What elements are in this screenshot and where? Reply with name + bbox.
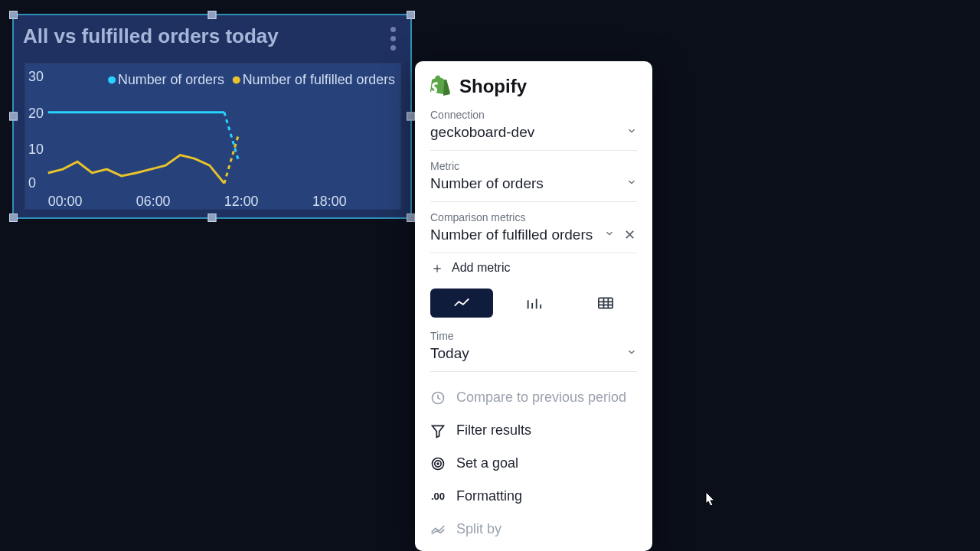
- kebab-menu-icon[interactable]: [384, 23, 401, 54]
- svg-text:18:00: 18:00: [312, 194, 347, 209]
- remove-comparison-button[interactable]: ✕: [622, 227, 637, 243]
- formatting-label: Formatting: [456, 488, 522, 504]
- set-goal-label: Set a goal: [456, 455, 518, 471]
- svg-text:12:00: 12:00: [224, 194, 259, 209]
- metric-label: Metric: [430, 160, 637, 172]
- compare-previous-option[interactable]: Compare to previous period: [430, 381, 637, 414]
- svg-point-25: [437, 463, 439, 465]
- time-value: Today: [430, 345, 469, 362]
- svg-point-10: [233, 77, 240, 84]
- panel-title: Shopify: [459, 76, 527, 97]
- clock-icon: [430, 390, 446, 406]
- add-metric-button[interactable]: ＋ Add metric: [430, 261, 637, 275]
- svg-text:06:00: 06:00: [136, 194, 171, 209]
- svg-text:10: 10: [28, 142, 44, 157]
- svg-text:30: 30: [28, 70, 44, 85]
- set-goal-option[interactable]: Set a goal: [430, 447, 637, 480]
- chevron-down-icon[interactable]: [604, 228, 615, 242]
- svg-text:20: 20: [28, 106, 44, 121]
- widget-title: All vs fulfilled orders today: [23, 24, 401, 48]
- filter-results-label: Filter results: [456, 422, 531, 439]
- series-fulfilled: [48, 155, 224, 183]
- svg-text:Number of fulfilled orders: Number of fulfilled orders: [243, 73, 396, 88]
- chart-widget[interactable]: All vs fulfilled orders today 30 20 10 0…: [12, 14, 412, 219]
- connection-label: Connection: [430, 109, 637, 121]
- svg-text:Number of orders: Number of orders: [118, 73, 224, 88]
- resize-handle-top-left[interactable]: [9, 11, 18, 19]
- svg-rect-16: [599, 298, 612, 308]
- resize-handle-mid-left[interactable]: [9, 112, 18, 121]
- svg-text:0: 0: [28, 175, 36, 191]
- connection-select[interactable]: geckoboard-dev: [430, 121, 637, 151]
- resize-handle-bottom-mid[interactable]: [208, 214, 217, 222]
- resize-handle-bottom-right[interactable]: [407, 214, 415, 222]
- viz-bar-button[interactable]: [502, 289, 565, 318]
- resize-handle-top-mid[interactable]: [208, 11, 217, 19]
- formatting-option[interactable]: .00 Formatting: [430, 480, 637, 513]
- comparison-metric-row: Number of fulfilled orders ✕: [430, 223, 637, 253]
- x-axis-ticks: 00:00 06:00 12:00 18:00: [48, 194, 347, 209]
- shopify-logo-icon: [430, 75, 450, 98]
- chevron-down-icon: [626, 347, 637, 360]
- funnel-icon: [430, 423, 446, 439]
- pointer-cursor-icon: [704, 491, 717, 512]
- line-chart-svg: 30 20 10 0 00:00 06:00 12:00 18:00 Numbe…: [25, 64, 400, 209]
- viz-line-button[interactable]: [430, 289, 493, 318]
- metric-select[interactable]: Number of orders: [430, 172, 637, 202]
- config-panel: Shopify Connection geckoboard-dev Metric…: [415, 61, 652, 551]
- metric-value: Number of orders: [430, 175, 544, 192]
- time-select[interactable]: Today: [430, 342, 637, 372]
- svg-marker-22: [433, 425, 444, 437]
- split-by-option[interactable]: Split by: [430, 513, 637, 546]
- chevron-down-icon: [626, 126, 637, 139]
- decimal-icon: .00: [430, 489, 446, 504]
- y-axis-ticks: 30 20 10 0: [28, 70, 44, 191]
- visualization-type-row: [430, 289, 637, 318]
- comparison-label: Comparison metrics: [430, 211, 637, 223]
- resize-handle-top-right[interactable]: [407, 11, 415, 19]
- chart-plot-area: 30 20 10 0 00:00 06:00 12:00 18:00 Numbe…: [24, 63, 401, 210]
- add-metric-label: Add metric: [452, 261, 510, 275]
- compare-previous-label: Compare to previous period: [456, 390, 626, 406]
- resize-handle-bottom-left[interactable]: [9, 214, 18, 222]
- chevron-down-icon: [626, 177, 637, 191]
- plus-icon: ＋: [430, 261, 444, 275]
- split-by-label: Split by: [456, 521, 501, 537]
- split-lines-icon: [430, 522, 446, 537]
- filter-results-option[interactable]: Filter results: [430, 414, 637, 447]
- dashboard-canvas: All vs fulfilled orders today 30 20 10 0…: [0, 0, 980, 551]
- chart-legend: Number of orders Number of fulfilled ord…: [108, 73, 395, 88]
- svg-text:00:00: 00:00: [48, 194, 83, 209]
- resize-handle-mid-right[interactable]: [407, 112, 415, 121]
- target-icon: [430, 456, 446, 471]
- series-fulfilled-projected: [224, 133, 239, 184]
- viz-table-button[interactable]: [574, 289, 637, 318]
- svg-point-8: [108, 77, 116, 84]
- connection-value: geckoboard-dev: [430, 124, 534, 141]
- panel-header: Shopify: [430, 75, 637, 98]
- comparison-select[interactable]: Number of fulfilled orders: [430, 227, 596, 243]
- time-label: Time: [430, 330, 637, 342]
